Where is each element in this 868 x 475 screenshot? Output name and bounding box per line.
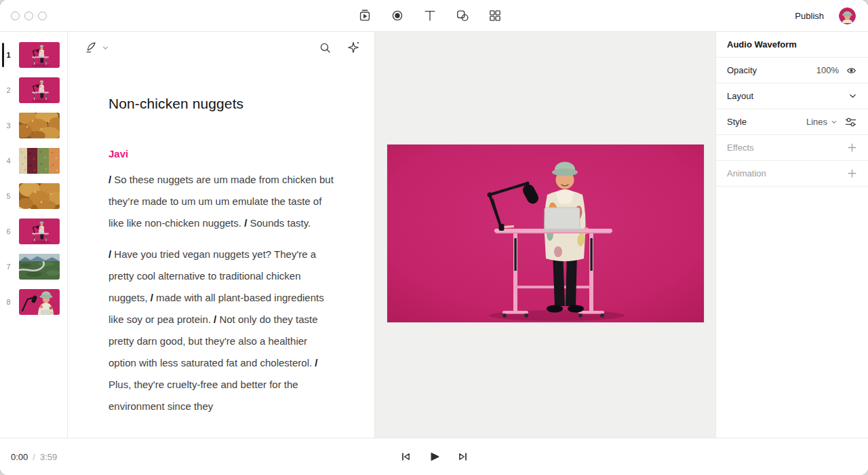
speaker-label[interactable]: Javi bbox=[108, 148, 336, 159]
scene-number: 5 bbox=[0, 192, 17, 200]
scenes-icon bbox=[357, 8, 372, 23]
text-tool-button[interactable] bbox=[422, 8, 437, 23]
total-duration: 3:59 bbox=[40, 452, 57, 462]
plus-icon[interactable] bbox=[847, 168, 857, 178]
scene-number: 4 bbox=[0, 157, 17, 165]
scene-thumbnail[interactable] bbox=[19, 148, 60, 174]
skip-to-start-icon bbox=[400, 451, 412, 462]
shapes-icon bbox=[455, 8, 470, 23]
scene-item[interactable]: 2 bbox=[0, 77, 67, 103]
layout-label: Layout bbox=[727, 91, 753, 101]
zoom-window-button[interactable] bbox=[38, 12, 47, 20]
topbar-right: Publish bbox=[795, 7, 856, 24]
play-button[interactable] bbox=[428, 451, 440, 463]
opacity-label: Opacity bbox=[727, 65, 757, 75]
record-button[interactable] bbox=[390, 8, 405, 23]
scene-thumbnail[interactable] bbox=[19, 218, 60, 244]
scene-thumbnail[interactable] bbox=[19, 183, 60, 209]
transcript-paragraph[interactable]: / So these nuggets are um made from chic… bbox=[108, 169, 336, 234]
composition-title[interactable]: Non-chicken nuggets bbox=[108, 96, 336, 112]
transcript-paragraph[interactable]: / Have you tried vegan nuggets yet? They… bbox=[108, 244, 336, 417]
animation-row[interactable]: Animation bbox=[716, 161, 868, 187]
scene-thumbnail[interactable] bbox=[19, 289, 60, 315]
scene-thumbnail[interactable] bbox=[19, 77, 60, 103]
scene-break-marker[interactable]: / bbox=[315, 357, 317, 368]
ai-sparkle-icon bbox=[346, 40, 361, 55]
toolbar-center bbox=[357, 0, 502, 31]
timecode-display: 0:00 / 3:59 bbox=[11, 452, 57, 462]
scene-item[interactable]: 5 bbox=[0, 183, 67, 209]
document: Non-chicken nuggets Javi / So these nugg… bbox=[108, 96, 336, 417]
ai-actions-button[interactable] bbox=[346, 40, 361, 55]
effects-label: Effects bbox=[727, 142, 754, 153]
scene-thumbnail[interactable] bbox=[19, 42, 60, 68]
opacity-row[interactable]: Opacity 100% bbox=[716, 58, 868, 83]
scene-number: 6 bbox=[0, 227, 17, 235]
chevron-down-icon bbox=[102, 44, 109, 52]
record-icon bbox=[390, 8, 405, 23]
search-button[interactable] bbox=[318, 41, 332, 55]
scene-thumbnail[interactable] bbox=[19, 113, 60, 138]
minimize-window-button[interactable] bbox=[24, 12, 33, 20]
skip-to-end-icon bbox=[457, 451, 469, 462]
scene-break-marker[interactable]: / bbox=[108, 248, 111, 260]
scene-item[interactable]: 3 bbox=[0, 113, 67, 138]
shapes-button[interactable] bbox=[455, 8, 470, 23]
app-window: Publish 12345678 bbox=[0, 0, 868, 475]
inspector-title: Audio Waveform bbox=[727, 39, 797, 50]
skip-to-end-button[interactable] bbox=[456, 451, 469, 463]
animation-label: Animation bbox=[727, 168, 766, 178]
selected-scene-indicator bbox=[2, 43, 4, 67]
avatar-image bbox=[839, 7, 856, 24]
preview-canvas[interactable] bbox=[375, 32, 715, 438]
main-area: 12345678 bbox=[0, 32, 868, 438]
style-label: Style bbox=[727, 117, 747, 127]
editor-toolbar-right bbox=[318, 40, 361, 55]
skip-to-start-button[interactable] bbox=[399, 451, 412, 463]
topbar: Publish bbox=[0, 0, 868, 32]
scene-break-marker[interactable]: / bbox=[108, 174, 111, 185]
chevron-down-icon[interactable] bbox=[848, 92, 857, 100]
sliders-icon[interactable] bbox=[844, 117, 857, 128]
search-icon bbox=[318, 41, 332, 55]
user-avatar[interactable] bbox=[839, 7, 856, 24]
style-dropdown[interactable]: Lines bbox=[806, 117, 837, 127]
eye-icon[interactable] bbox=[846, 65, 857, 76]
scene-number: 2 bbox=[0, 86, 17, 94]
scene-break-marker[interactable]: / bbox=[244, 217, 247, 229]
scene-item[interactable]: 7 bbox=[0, 254, 67, 280]
editor-toolbar bbox=[83, 39, 361, 56]
effects-row[interactable]: Effects bbox=[716, 135, 868, 161]
publish-button[interactable]: Publish bbox=[795, 11, 824, 21]
opacity-value[interactable]: 100% bbox=[816, 65, 839, 75]
playback-controls bbox=[399, 451, 469, 463]
scene-item[interactable]: 1 bbox=[0, 42, 67, 68]
video-scene-person-at-pink-desk bbox=[387, 145, 704, 322]
layout-grid-icon bbox=[488, 8, 502, 23]
layout-button[interactable] bbox=[488, 8, 502, 23]
play-icon bbox=[429, 451, 440, 462]
transcript-editor: Non-chicken nuggets Javi / So these nugg… bbox=[68, 32, 375, 438]
scene-break-marker[interactable]: / bbox=[214, 314, 216, 325]
scene-item[interactable]: 6 bbox=[0, 218, 67, 244]
style-value: Lines bbox=[806, 117, 827, 127]
plus-icon[interactable] bbox=[847, 142, 857, 153]
transcript-paragraphs: / So these nuggets are um made from chic… bbox=[108, 169, 336, 417]
chevron-down-icon bbox=[831, 119, 837, 126]
current-time: 0:00 bbox=[11, 452, 28, 462]
scenes-button[interactable] bbox=[357, 8, 372, 23]
scene-number: 7 bbox=[0, 263, 17, 271]
inspector-panel: Audio Waveform Opacity 100% Layout bbox=[715, 32, 868, 438]
time-separator: / bbox=[33, 452, 35, 462]
style-row[interactable]: Style Lines bbox=[716, 109, 868, 135]
video-frame[interactable] bbox=[387, 145, 704, 322]
scene-rail: 12345678 bbox=[0, 32, 68, 438]
inspector-header: Audio Waveform bbox=[716, 32, 868, 58]
scene-item[interactable]: 8 bbox=[0, 289, 67, 315]
scene-item[interactable]: 4 bbox=[0, 148, 67, 174]
write-menu-button[interactable] bbox=[83, 40, 109, 55]
scene-break-marker[interactable]: / bbox=[151, 292, 153, 303]
close-window-button[interactable] bbox=[11, 12, 20, 20]
layout-row[interactable]: Layout bbox=[716, 83, 868, 109]
scene-thumbnail[interactable] bbox=[19, 254, 60, 280]
